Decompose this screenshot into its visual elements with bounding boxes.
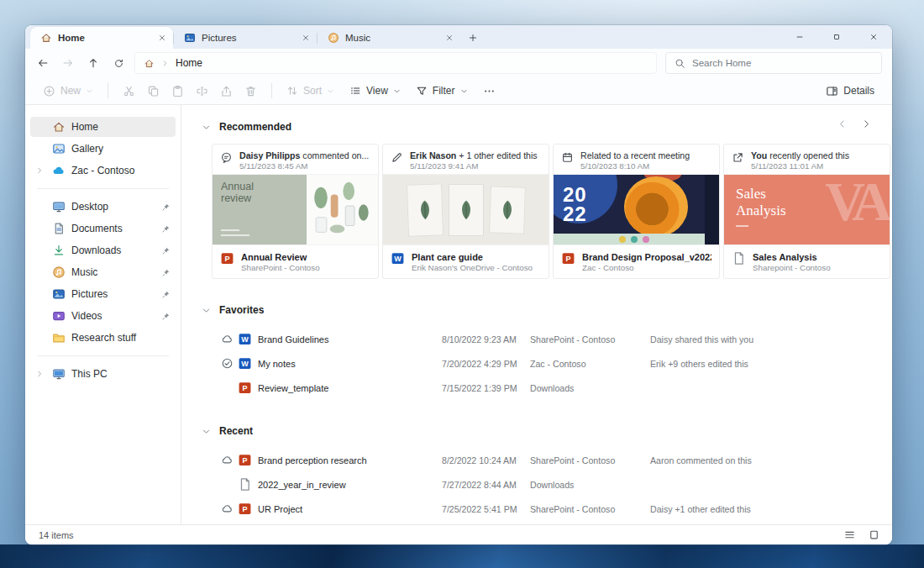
chevron-right-icon — [35, 166, 44, 175]
sidebar-item-research-stuff[interactable]: Research stuff — [30, 328, 176, 348]
file-activity: Daisy shared this with you — [650, 334, 892, 344]
sidebar-item-zac-contoso[interactable]: Zac - Contoso — [30, 160, 176, 181]
file-date: 7/20/2022 4:29 PM — [442, 359, 530, 369]
expand-chevron[interactable] — [35, 370, 46, 378]
tab-pictures[interactable]: Pictures — [174, 27, 317, 49]
copy-button[interactable] — [141, 82, 165, 101]
forward-button[interactable] — [55, 50, 81, 76]
list-view-button[interactable] — [843, 529, 856, 541]
home-icon — [144, 58, 155, 69]
card-file-name: Brand Design Proposal_v2022 — [582, 251, 711, 263]
thumbnail-brand-2022[interactable]: 2022 — [554, 174, 719, 245]
sort-icon — [286, 85, 298, 97]
sidebar-item-gallery[interactable]: Gallery — [30, 139, 176, 159]
tab-close-button[interactable] — [158, 34, 166, 42]
sort-button[interactable]: Sort — [281, 82, 340, 100]
thumbnail-plant-care[interactable] — [383, 174, 549, 245]
tab-music[interactable]: Music — [318, 27, 460, 49]
file-row-ur-project[interactable]: PUR Project7/25/2022 5:41 PMSharePoint -… — [181, 497, 892, 521]
new-plus-icon — [43, 85, 55, 97]
recommended-title[interactable]: Recommended — [219, 121, 291, 133]
ppt-icon: P — [238, 453, 252, 467]
tab-label: Music — [345, 33, 370, 43]
file-row-2022-year-in-review[interactable]: 2022_year_in_review7/27/2022 8:44 AMDown… — [181, 472, 892, 497]
file-name: My notes — [258, 359, 442, 369]
recommended-collapse-icon[interactable] — [202, 123, 211, 132]
share-button[interactable] — [214, 82, 239, 101]
sidebar-item-music[interactable]: Music — [30, 262, 176, 282]
file-activity: Aaron commented on this — [650, 455, 892, 465]
sidebar-item-desktop[interactable]: Desktop — [30, 197, 176, 217]
tab-label: Pictures — [202, 33, 237, 43]
file-activity: Erik +9 others edited this — [650, 359, 892, 369]
file-date: 7/25/2022 5:41 PM — [442, 504, 530, 514]
more-icon — [483, 85, 496, 97]
card-file-location: Sharepoint - Contoso — [753, 263, 831, 272]
recent-title[interactable]: Recent — [219, 425, 253, 437]
card-date: 5/11/2023 9:41 AM — [410, 161, 538, 171]
recommended-scroll-nav — [837, 118, 872, 129]
file-row-my-notes[interactable]: WMy notes7/20/2022 4:29 PMZac - ContosoE… — [181, 351, 892, 376]
recommended-card-plant-care-guide[interactable]: Erik Nason + 1 other edited this5/11/202… — [382, 144, 549, 279]
file-date: 7/27/2022 8:44 AM — [442, 480, 530, 490]
toolbar-action-group — [117, 82, 263, 101]
delete-button[interactable] — [239, 82, 263, 101]
file-location: SharePoint - Contoso — [530, 504, 650, 514]
search-box[interactable] — [665, 52, 882, 74]
file-row-brand-guidelines[interactable]: WBrand Guidelines8/10/2022 9:23 AMShareP… — [181, 327, 892, 351]
recent-collapse-icon[interactable] — [202, 427, 211, 436]
navigation-pane: HomeGalleryZac - ContosoDesktopDocuments… — [25, 105, 181, 524]
view-button[interactable]: View — [344, 82, 407, 100]
scroll-right-button[interactable] — [861, 118, 872, 129]
this-pc-icon — [52, 367, 66, 381]
file-row-brand-perception-research[interactable]: PBrand perception research8/2/2022 10:24… — [181, 448, 892, 472]
file-icon — [732, 251, 746, 266]
rename-button[interactable] — [190, 82, 214, 101]
sidebar-item-pictures[interactable]: Pictures — [30, 284, 176, 304]
file-explorer-window: HomePicturesMusic Home New Sort View Fil… — [25, 25, 892, 544]
close-button[interactable] — [855, 25, 892, 49]
thumb-view-button[interactable] — [868, 529, 880, 541]
new-button[interactable]: New — [37, 82, 99, 101]
tab-close-button[interactable] — [302, 34, 310, 42]
breadcrumb-label[interactable]: Home — [176, 57, 202, 69]
filter-button[interactable]: Filter — [410, 82, 474, 100]
sidebar-item-this-pc[interactable]: This PC — [30, 364, 176, 384]
favorites-title[interactable]: Favorites — [219, 304, 264, 316]
maximize-button[interactable] — [818, 25, 855, 49]
thumbnail-sales-analysis[interactable]: VASalesAnalysis — [724, 174, 890, 245]
card-file-name: Sales Analysis — [753, 251, 831, 263]
scroll-left-button[interactable] — [837, 118, 848, 129]
card-activity-text: Erik Nason + 1 other edited this — [410, 150, 538, 161]
sidebar-item-home[interactable]: Home — [30, 117, 176, 137]
details-button[interactable]: Details — [820, 82, 880, 101]
refresh-button[interactable] — [106, 50, 131, 76]
tab-home[interactable]: Home — [30, 27, 173, 49]
new-tab-button[interactable] — [460, 27, 486, 49]
breadcrumb-home-icon[interactable] — [144, 58, 155, 69]
svg-text:W: W — [241, 360, 249, 368]
recommended-card-annual-review[interactable]: Daisy Philipps commented on...5/11/2023 … — [212, 144, 379, 279]
breadcrumb[interactable]: Home — [134, 52, 657, 74]
sidebar-item-downloads[interactable]: Downloads — [30, 240, 176, 260]
sidebar-item-videos[interactable]: Videos — [30, 306, 176, 326]
thumbnail-annual-review[interactable]: Annual review — [213, 174, 378, 245]
ppt-icon: P — [238, 502, 252, 516]
sidebar-item-documents[interactable]: Documents — [30, 218, 176, 239]
back-button[interactable] — [30, 50, 55, 76]
recommended-card-brand-design-proposal-v2022[interactable]: Related to a recent meeting5/10/2023 8:1… — [553, 144, 720, 279]
up-button[interactable] — [81, 50, 106, 76]
file-location: SharePoint - Contoso — [530, 455, 650, 465]
view-icon — [349, 85, 361, 97]
recommended-card-sales-analysis[interactable]: You recently opened this5/11/2023 11:01 … — [723, 144, 890, 279]
minimize-button[interactable] — [781, 25, 818, 49]
tab-close-button[interactable] — [445, 34, 454, 42]
file-row-review-template[interactable]: PReview_template7/15/2022 1:39 PMDownloa… — [181, 376, 892, 400]
favorites-collapse-icon[interactable] — [202, 306, 211, 315]
cut-button[interactable] — [117, 82, 141, 101]
search-input[interactable] — [692, 58, 873, 68]
pin-icon — [161, 224, 171, 234]
paste-button[interactable] — [165, 82, 190, 101]
expand-chevron[interactable] — [35, 166, 46, 175]
more-options-button[interactable] — [477, 82, 501, 101]
